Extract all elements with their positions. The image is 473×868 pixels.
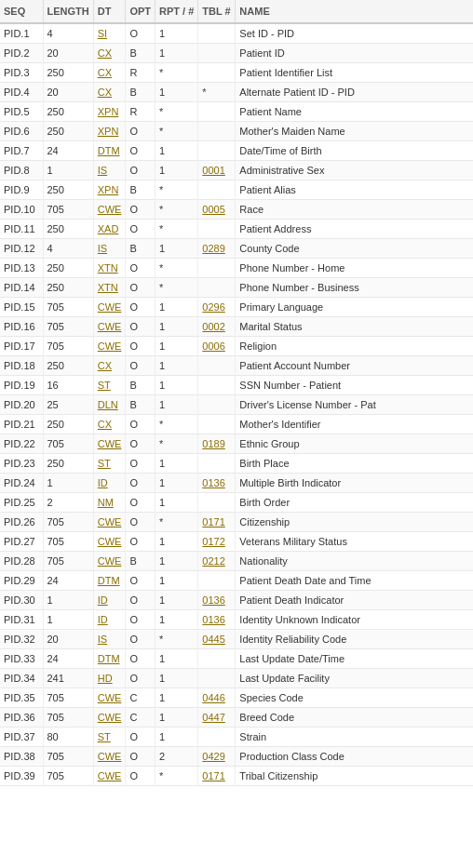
dt-link[interactable]: CX [98,47,112,59]
dt-link[interactable]: CWE [98,536,122,547]
tbl-link[interactable]: 0189 [202,438,224,449]
cell-dt[interactable]: IS [93,630,126,649]
dt-link[interactable]: XTN [98,282,118,293]
dt-link[interactable]: DTM [98,653,120,664]
cell-dt[interactable]: XPN [93,102,126,122]
cell-tbl[interactable]: 0002 [198,317,236,337]
dt-link[interactable]: CWE [98,301,122,313]
dt-link[interactable]: CWE [98,770,122,781]
dt-link[interactable]: ID [98,477,108,488]
cell-tbl[interactable]: 0006 [198,337,236,356]
dt-link[interactable]: ST [98,458,111,469]
dt-link[interactable]: CWE [98,204,122,215]
cell-dt[interactable]: CWE [93,434,126,454]
cell-tbl[interactable]: 0172 [198,532,236,552]
dt-link[interactable]: ST [98,380,111,391]
dt-link[interactable]: XPN [98,184,119,195]
cell-tbl[interactable]: 0001 [198,161,236,180]
cell-dt[interactable]: CWE [93,513,126,532]
dt-link[interactable]: CWE [98,555,122,567]
tbl-link[interactable]: 0296 [202,301,224,313]
cell-tbl[interactable]: 0136 [198,474,236,493]
cell-dt[interactable]: CWE [93,337,126,356]
tbl-link[interactable]: 0171 [202,516,224,527]
cell-dt[interactable]: ID [93,591,126,610]
cell-dt[interactable]: CX [93,356,126,376]
dt-link[interactable]: CWE [98,516,122,527]
cell-dt[interactable]: CX [93,44,126,63]
tbl-link[interactable]: 0289 [202,243,224,254]
cell-dt[interactable]: CWE [93,708,126,728]
cell-tbl[interactable]: 0171 [198,513,236,532]
cell-dt[interactable]: DTM [93,141,126,161]
cell-dt[interactable]: DTM [93,649,126,669]
tbl-link[interactable]: 0136 [202,477,224,488]
dt-link[interactable]: ST [98,731,111,742]
cell-tbl[interactable]: 0136 [198,610,236,630]
dt-link[interactable]: CWE [98,438,122,449]
dt-link[interactable]: ID [98,594,108,606]
tbl-link[interactable]: 0445 [202,634,224,645]
tbl-link[interactable]: 0429 [202,751,224,762]
cell-dt[interactable]: CX [93,415,126,434]
cell-tbl[interactable]: 0171 [198,767,236,786]
cell-dt[interactable]: CWE [93,200,126,220]
cell-dt[interactable]: ID [93,610,126,630]
tbl-link[interactable]: 0136 [202,614,224,625]
cell-dt[interactable]: ID [93,474,126,493]
dt-link[interactable]: CWE [98,341,122,352]
dt-link[interactable]: ID [98,614,108,625]
dt-link[interactable]: DTM [98,575,120,586]
cell-dt[interactable]: ST [93,376,126,395]
cell-dt[interactable]: IS [93,161,126,180]
cell-dt[interactable]: XAD [93,220,126,239]
cell-tbl[interactable]: 0136 [198,591,236,610]
dt-link[interactable]: IS [98,243,107,254]
cell-dt[interactable]: CWE [93,317,126,337]
dt-link[interactable]: XAD [98,223,119,234]
dt-link[interactable]: CWE [98,712,122,723]
tbl-link[interactable]: 0002 [202,321,224,332]
dt-link[interactable]: CWE [98,321,122,332]
cell-tbl[interactable]: 0189 [198,434,236,454]
cell-dt[interactable]: CWE [93,552,126,571]
dt-link[interactable]: CX [98,419,112,430]
tbl-link[interactable]: 0136 [202,594,224,606]
cell-dt[interactable]: CWE [93,747,126,767]
dt-link[interactable]: XPN [98,106,119,117]
tbl-link[interactable]: 0005 [202,204,224,215]
tbl-link[interactable]: 0446 [202,692,224,703]
cell-tbl[interactable]: 0005 [198,200,236,220]
dt-link[interactable]: HD [98,673,113,684]
dt-link[interactable]: CX [98,67,112,78]
cell-dt[interactable]: HD [93,669,126,688]
dt-link[interactable]: DTM [98,145,120,156]
dt-link[interactable]: NM [98,497,114,508]
dt-link[interactable]: CWE [98,692,122,703]
dt-link[interactable]: CWE [98,751,122,762]
cell-tbl[interactable]: 0429 [198,747,236,767]
cell-dt[interactable]: XPN [93,122,126,141]
dt-link[interactable]: XPN [98,126,119,137]
cell-tbl[interactable]: 0446 [198,688,236,708]
tbl-link[interactable]: 0447 [202,712,224,723]
dt-link[interactable]: DLN [98,399,118,410]
cell-dt[interactable]: DTM [93,571,126,591]
cell-tbl[interactable]: 0296 [198,298,236,317]
cell-dt[interactable]: CWE [93,298,126,317]
dt-link[interactable]: XTN [98,262,118,274]
cell-dt[interactable]: IS [93,239,126,259]
tbl-link[interactable]: 0006 [202,341,224,352]
cell-dt[interactable]: ST [93,454,126,474]
cell-dt[interactable]: CX [93,83,126,102]
cell-dt[interactable]: CWE [93,532,126,552]
cell-dt[interactable]: XPN [93,180,126,200]
tbl-link[interactable]: 0001 [202,165,224,176]
cell-tbl[interactable]: 0289 [198,239,236,259]
cell-tbl[interactable]: 0447 [198,708,236,728]
cell-dt[interactable]: NM [93,493,126,513]
cell-dt[interactable]: XTN [93,259,126,278]
cell-tbl[interactable]: 0445 [198,630,236,649]
tbl-link[interactable]: 0212 [202,555,224,567]
cell-tbl[interactable]: 0212 [198,552,236,571]
